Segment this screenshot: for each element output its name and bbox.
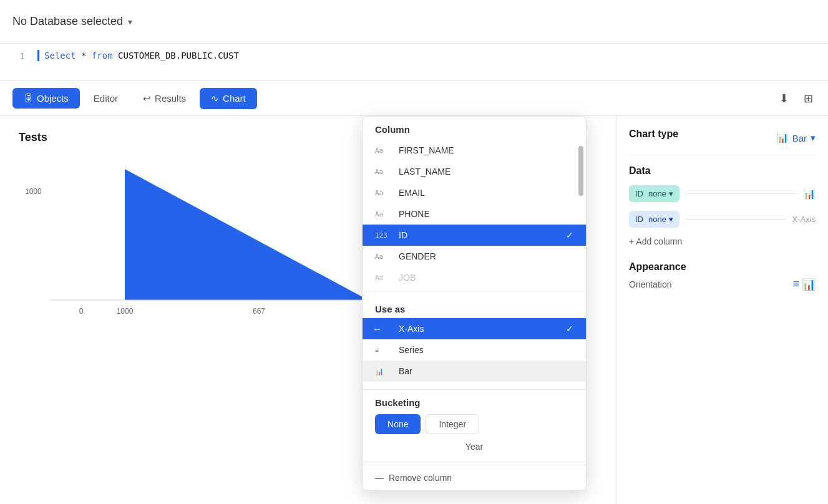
- use-as-xaxis[interactable]: ⟵ X-Axis ✓: [363, 318, 586, 339]
- bucket-integer-btn[interactable]: Integer: [426, 414, 479, 434]
- use-as-xaxis-label: X-Axis: [399, 324, 560, 334]
- main-content: Tests 1000 0 1000 667 Chart type 📊 Bar: [0, 116, 828, 504]
- top-bar: No Database selected ▾: [0, 0, 828, 44]
- tag2-line1: ID: [635, 215, 643, 224]
- column-item-phone[interactable]: Aa PHONE: [363, 203, 586, 225]
- data-row-2: ID none ▾ X-Axis: [629, 211, 816, 228]
- add-column-btn[interactable]: + Add column: [629, 236, 816, 246]
- bucket-year: Year: [375, 439, 573, 454]
- column-item-lastname[interactable]: Aa LAST_NAME: [363, 161, 586, 182]
- tab-objects[interactable]: 🗄 Objects: [12, 88, 80, 109]
- data-tag-1[interactable]: ID none ▾: [629, 185, 679, 202]
- name-job: JOB: [399, 273, 573, 283]
- orientation-icons: ≡ 📊: [792, 278, 816, 291]
- use-as-series[interactable]: ≡ Series: [363, 339, 586, 361]
- download-button[interactable]: ⬇: [777, 89, 791, 108]
- column-list[interactable]: Aa FIRST_NAME Aa LAST_NAME Aa EMAIL Aa P…: [363, 140, 586, 288]
- column-header: Column: [363, 117, 586, 140]
- data-tag-2[interactable]: ID none ▾: [629, 211, 679, 228]
- divider-2: [363, 389, 586, 390]
- db-label: No Database selected: [12, 15, 123, 28]
- tag1-line2: none: [648, 189, 666, 198]
- prefix-firstname: Aa: [375, 147, 392, 155]
- use-as-header: Use as: [363, 299, 586, 318]
- name-lastname: LAST_NAME: [399, 167, 573, 177]
- remove-column-btn[interactable]: — Remove column: [363, 465, 586, 490]
- bar-chart-icon-1: 📊: [803, 188, 816, 200]
- y-axis-label: 1000: [25, 187, 42, 196]
- name-gender: GENDER: [399, 251, 573, 261]
- tag2-axis-label: X-Axis: [792, 215, 816, 224]
- prefix-gender: Aa: [375, 253, 392, 261]
- data-section: Data ID none ▾ 📊 ID none ▾ X-Axis: [629, 165, 816, 246]
- chart-type-selector[interactable]: 📊 Bar ▾: [777, 132, 816, 143]
- toolbar-icons: ⬇ ⊞: [777, 89, 816, 108]
- layout-button[interactable]: ⊞: [801, 89, 816, 108]
- row1-line: [686, 193, 797, 194]
- orientation-row: Orientation ≡ 📊: [629, 278, 816, 291]
- bar-chart-icon: 📊: [777, 132, 789, 143]
- editor-area: 1 Select * from CUSTOMER_DB.PUBLIC.CUST: [0, 44, 828, 81]
- sql-keyword-select: Select: [44, 51, 76, 61]
- line-number: 1: [12, 50, 25, 61]
- tab-results[interactable]: ↩ Results: [132, 88, 197, 109]
- chart-type-chevron: ▾: [811, 132, 816, 143]
- tab-editor[interactable]: Editor: [82, 88, 129, 109]
- series-icon: ≡: [375, 346, 392, 354]
- check-xaxis: ✓: [566, 324, 573, 334]
- x-label-1: 1000: [117, 307, 134, 316]
- column-item-id[interactable]: 123 ID ✓: [363, 225, 586, 246]
- prefix-phone: Aa: [375, 210, 392, 218]
- chart-icon: ∿: [211, 93, 219, 104]
- column-dropdown: Column Aa FIRST_NAME Aa LAST_NAME Aa EMA…: [362, 116, 587, 491]
- use-as-section: Use as ⟵ X-Axis ✓ ≡ Series 📊 Bar: [363, 294, 586, 387]
- name-id: ID: [399, 230, 560, 240]
- db-chevron-icon: ▾: [128, 17, 132, 27]
- objects-icon: 🗄: [24, 93, 33, 104]
- sql-keyword-from: from: [92, 51, 113, 61]
- cursor-indicator: [37, 50, 39, 61]
- tab-bar: 🗄 Objects Editor ↩ Results ∿ Chart ⬇ ⊞: [0, 81, 828, 116]
- tag1-chevron: ▾: [669, 189, 673, 198]
- prefix-job: Aa: [375, 274, 392, 282]
- column-item-job[interactable]: Aa JOB: [363, 267, 586, 288]
- bucketing-header: Bucketing: [375, 397, 573, 408]
- data-row-1: ID none ▾ 📊: [629, 185, 816, 202]
- chart-type-row: Chart type 📊 Bar ▾: [629, 128, 816, 155]
- appearance-section: Appearance Orientation ≡ 📊: [629, 261, 816, 291]
- xaxis-icon: ⟵: [375, 324, 392, 334]
- chart-type-label: Chart type: [629, 128, 678, 140]
- use-as-bar-label: Bar: [399, 366, 573, 376]
- prefix-email: Aa: [375, 189, 392, 197]
- bucketing-buttons: None Integer: [375, 414, 573, 434]
- name-phone: PHONE: [399, 209, 573, 219]
- prefix-lastname: Aa: [375, 168, 392, 176]
- scrollbar-thumb[interactable]: [578, 146, 583, 196]
- x-label-2: 667: [253, 307, 265, 316]
- use-as-series-label: Series: [399, 345, 573, 355]
- column-item-firstname[interactable]: Aa FIRST_NAME: [363, 140, 586, 161]
- check-id: ✓: [566, 230, 573, 240]
- name-firstname: FIRST_NAME: [399, 145, 573, 155]
- column-item-gender[interactable]: Aa GENDER: [363, 246, 586, 267]
- column-item-email[interactable]: Aa EMAIL: [363, 182, 586, 203]
- name-email: EMAIL: [399, 188, 573, 198]
- divider-1: [363, 291, 586, 291]
- download-icon: ⬇: [779, 92, 789, 105]
- divider-3: [363, 462, 586, 462]
- sql-code[interactable]: Select * from CUSTOMER_DB.PUBLIC.CUST: [44, 51, 239, 61]
- results-icon: ↩: [143, 93, 151, 104]
- chart-bar: [125, 169, 368, 300]
- bucket-none-btn[interactable]: None: [375, 414, 421, 434]
- layout-icon: ⊞: [804, 92, 813, 105]
- orientation-icon-2: 📊: [802, 278, 816, 291]
- remove-icon: —: [375, 473, 384, 483]
- db-selector[interactable]: No Database selected ▾: [12, 15, 132, 28]
- prefix-id: 123: [375, 231, 392, 240]
- use-as-bar[interactable]: 📊 Bar: [363, 361, 586, 382]
- bar-icon: 📊: [375, 367, 392, 376]
- x-label-0: 0: [79, 307, 84, 316]
- row2-line: [686, 219, 786, 220]
- tab-chart[interactable]: ∿ Chart: [200, 88, 257, 109]
- appearance-title: Appearance: [629, 261, 816, 273]
